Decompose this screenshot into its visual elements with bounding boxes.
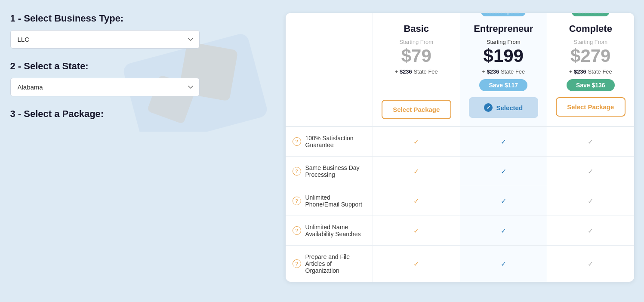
state-select[interactable]: Alabama Alaska Arizona Arkansas Californ…	[10, 78, 200, 96]
basic-satisfaction-check: ✓	[373, 127, 460, 156]
basic-plan-name: Basic	[382, 23, 451, 34]
question-icon-name-search: ?	[293, 226, 301, 235]
entrepreneur-articles-check: ✓	[460, 246, 547, 282]
complete-state-fee: + $236 State Fee	[556, 68, 626, 75]
complete-price: $279	[556, 46, 626, 66]
entrepreneur-button-label: Selected	[496, 104, 523, 111]
complete-name-search-check: ✓	[547, 216, 634, 245]
entrepreneur-same-day-check: ✓	[460, 157, 547, 186]
entrepreneur-phone-support-check: ✓	[460, 186, 547, 216]
question-icon-phone-support: ?	[293, 197, 301, 205]
complete-plan-name: Complete	[556, 23, 626, 34]
basic-articles-check: ✓	[373, 246, 460, 282]
feature-row-phone-support: ? Unlimited Phone/Email Support ✓ ✓ ✓	[286, 186, 634, 216]
complete-same-day-check: ✓	[547, 157, 634, 186]
entrepreneur-select-button[interactable]: ✓ Selected	[469, 97, 539, 118]
business-type-title: 1 - Select Business Type:	[10, 13, 277, 24]
entrepreneur-plan-header: Most Popular Entrepreneur Starting From …	[460, 13, 547, 126]
entrepreneur-plan-name: Entrepreneur	[469, 23, 539, 34]
complete-articles-check: ✓	[547, 246, 634, 282]
state-title: 2 - Select a State:	[10, 61, 277, 72]
entrepreneur-save-badge: Save $117	[479, 79, 527, 91]
entrepreneur-starting-from: Starting From	[469, 39, 539, 45]
feature-label-name-search: ? Unlimited Name Availability Searches	[286, 216, 373, 245]
feature-label-satisfaction: ? 100% Satisfaction Guarantee	[286, 127, 373, 156]
feature-row-same-day: ? Same Business Day Processing ✓ ✓ ✓	[286, 156, 634, 186]
basic-name-search-check: ✓	[373, 216, 460, 245]
entrepreneur-state-fee: + $236 State Fee	[469, 68, 539, 75]
question-icon-same-day: ?	[293, 167, 301, 176]
feature-label-same-day: ? Same Business Day Processing	[286, 157, 373, 186]
complete-starting-from: Starting From	[556, 39, 626, 45]
complete-select-button[interactable]: Select Package	[556, 97, 626, 117]
question-icon-satisfaction: ?	[293, 137, 301, 146]
pricing-header-row: Basic Starting From $79 + $236 State Fee…	[286, 13, 634, 126]
basic-plan-header: Basic Starting From $79 + $236 State Fee…	[373, 13, 460, 126]
basic-select-button[interactable]: Select Package	[382, 100, 451, 119]
complete-save-badge: Save $136	[567, 79, 615, 91]
entrepreneur-price: $199	[469, 46, 539, 66]
question-icon-articles: ?	[293, 259, 301, 268]
feature-label-articles: ? Prepare and File Articles of Organizat…	[286, 246, 373, 282]
feature-label-phone-support: ? Unlimited Phone/Email Support	[286, 186, 373, 216]
entrepreneur-name-search-check: ✓	[460, 216, 547, 245]
feature-col-header	[286, 13, 373, 126]
most-popular-badge: Most Popular	[481, 13, 526, 16]
feature-row-name-search: ? Unlimited Name Availability Searches ✓…	[286, 216, 634, 245]
basic-same-day-check: ✓	[373, 157, 460, 186]
selected-check-circle: ✓	[484, 103, 493, 112]
complete-plan-header: Best Value Complete Starting From $279 +…	[547, 13, 634, 126]
basic-state-fee: + $236 State Fee	[382, 68, 451, 75]
best-value-badge: Best Value	[571, 13, 610, 16]
pricing-table: Basic Starting From $79 + $236 State Fee…	[286, 13, 634, 282]
feature-row-articles: ? Prepare and File Articles of Organizat…	[286, 245, 634, 282]
basic-price: $79	[382, 46, 451, 66]
basic-phone-support-check: ✓	[373, 186, 460, 216]
entrepreneur-satisfaction-check: ✓	[460, 127, 547, 156]
basic-starting-from: Starting From	[382, 39, 451, 45]
feature-row-satisfaction: ? 100% Satisfaction Guarantee ✓ ✓ ✓	[286, 126, 634, 156]
business-type-select[interactable]: LLC Corporation Nonprofit DBA	[10, 30, 200, 49]
complete-satisfaction-check: ✓	[547, 127, 634, 156]
complete-phone-support-check: ✓	[547, 186, 634, 216]
package-title: 3 - Select a Package:	[10, 108, 277, 120]
